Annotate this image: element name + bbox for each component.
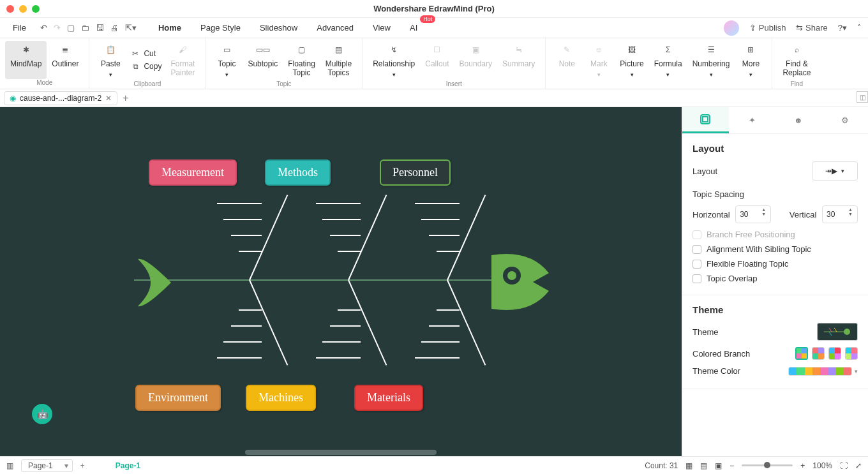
find-replace-button[interactable]: ⌕Find & Replace	[777, 41, 816, 80]
panel-toggle-icon[interactable]: ◫	[857, 91, 868, 103]
add-tab-button[interactable]: +	[123, 93, 128, 104]
tab-page-style[interactable]: Page Style	[197, 20, 244, 35]
undo-icon[interactable]: ↶	[40, 23, 47, 33]
fit-screen-icon[interactable]: ⛶	[840, 461, 848, 470]
horizontal-input[interactable]: 30▲▼	[735, 205, 771, 223]
copy-button[interactable]: ⧉Copy	[126, 61, 165, 73]
vertical-input[interactable]: 30▲▼	[822, 205, 858, 223]
side-tab-style[interactable]: ✦	[729, 107, 775, 133]
flexible-floating-checkbox[interactable]: Flexible Floating Topic	[692, 259, 858, 269]
layout-select[interactable]: ↠▶▾	[812, 161, 858, 181]
swatch-1[interactable]	[795, 347, 808, 360]
format-painter-button[interactable]: 🖌Format Painter	[165, 41, 200, 80]
app-title: Wondershare EdrawMind (Pro)	[373, 4, 495, 13]
zoom-level[interactable]: 100%	[812, 461, 832, 470]
tab-ai[interactable]: AIHot	[406, 20, 421, 35]
publish-button[interactable]: ⇪ Publish	[749, 23, 786, 33]
maximize-window-button[interactable]	[32, 5, 40, 13]
print-icon[interactable]: 🖨	[110, 23, 119, 33]
close-window-button[interactable]	[6, 5, 14, 13]
redo-icon[interactable]: ↷	[54, 23, 61, 33]
topic-overlap-checkbox[interactable]: Topic Overlap	[692, 274, 858, 283]
boundary-button[interactable]: ▣Boundary	[454, 41, 497, 80]
topic-spacing-label: Topic Spacing	[692, 189, 858, 199]
quick-access-toolbar: ↶ ↷ ▢ 🗀 🖫 🖨 ⇱▾	[40, 23, 137, 33]
picture-button[interactable]: 🖼Picture▾	[615, 41, 648, 80]
bone-top-2	[348, 195, 387, 280]
fullscreen-icon[interactable]: ⤢	[855, 461, 862, 470]
multiple-topics-button[interactable]: ▤Multiple Topics	[320, 41, 357, 80]
outliner-button[interactable]: ≣Outliner	[47, 41, 84, 79]
new-icon[interactable]: ▢	[67, 23, 75, 33]
cat-measurement[interactable]: Measurement	[149, 159, 237, 186]
mark-button[interactable]: ☺Mark▾	[583, 41, 615, 80]
zoom-slider[interactable]	[742, 464, 793, 466]
add-page-button[interactable]: +	[80, 461, 85, 470]
subtopic-button[interactable]: ▭▭Subtopic	[243, 41, 283, 80]
swatch-4[interactable]	[845, 347, 858, 360]
cat-personnel[interactable]: Personnel	[380, 159, 451, 186]
tab-view[interactable]: View	[369, 20, 394, 35]
collapse-ribbon-icon[interactable]: ˄	[857, 23, 862, 33]
side-tab-icons[interactable]: ☻	[775, 107, 822, 133]
align-sibling-checkbox[interactable]: Alignment With Sibling Topic	[692, 244, 858, 254]
theme-color-select[interactable]	[788, 367, 852, 376]
paste-button[interactable]: 📋Paste▾	[94, 41, 126, 80]
swatch-3[interactable]	[828, 347, 841, 360]
svg-line-6	[829, 328, 832, 332]
tab-slideshow[interactable]: Slideshow	[256, 20, 301, 35]
theme-select[interactable]	[817, 323, 858, 341]
document-tab[interactable]: ◉ cause-and-...-diagram-2 ✕	[4, 91, 117, 105]
group-clipboard: 📋Paste▾ ✂Cut ⧉Copy 🖌Format Painter Clipb…	[89, 38, 206, 89]
tab-advanced[interactable]: Advanced	[313, 20, 357, 35]
swatch-2[interactable]	[812, 347, 825, 360]
more-button[interactable]: ⊞More▾	[735, 41, 767, 80]
fish-icon: ◉	[10, 94, 16, 103]
relationship-button[interactable]: ↯Relationship▾	[368, 41, 420, 80]
view-mode-2-icon[interactable]: ▤	[700, 461, 707, 470]
view-mode-1-icon[interactable]: ▦	[685, 461, 692, 470]
pages-icon[interactable]: ▥	[6, 461, 13, 470]
chatbot-button[interactable]: 🤖	[32, 404, 52, 424]
tab-home[interactable]: Home	[154, 20, 185, 35]
subtopic-icon: ▭▭	[256, 43, 270, 57]
summary-button[interactable]: ≒Summary	[497, 41, 540, 80]
main-area: Measurement Methods Personnel Environmen…	[0, 107, 868, 456]
user-avatar[interactable]	[724, 20, 739, 36]
mindmap-button[interactable]: ✱MindMap	[5, 41, 47, 79]
zoom-in-button[interactable]: +	[800, 461, 805, 470]
cat-methods[interactable]: Methods	[265, 159, 331, 186]
view-mode-3-icon[interactable]: ▣	[715, 461, 722, 470]
floating-topic-button[interactable]: ▢Floating Topic	[283, 41, 320, 80]
cat-machines[interactable]: Machines	[246, 385, 316, 411]
ribbon: ✱MindMap ≣Outliner Mode 📋Paste▾ ✂Cut ⧉Co…	[0, 38, 868, 89]
horizontal-scrollbar[interactable]	[245, 450, 437, 455]
save-icon[interactable]: 🖫	[96, 23, 104, 33]
page-selector[interactable]: Page-1	[21, 459, 73, 472]
cat-environment[interactable]: Environment	[135, 385, 221, 411]
formula-button[interactable]: ΣFormula▾	[649, 41, 687, 80]
share-button[interactable]: ⇆ Share	[796, 23, 827, 33]
file-menu[interactable]: File	[6, 20, 33, 35]
note-button[interactable]: ✎Note	[551, 41, 583, 80]
help-icon[interactable]: ?▾	[838, 23, 847, 33]
layout-heading: Layout	[692, 143, 858, 154]
cut-button[interactable]: ✂Cut	[126, 48, 165, 61]
export-icon[interactable]: ⇱▾	[125, 23, 137, 33]
window-controls	[6, 5, 40, 13]
group-insert2: ✎Note ☺Mark▾ 🖼Picture▾ ΣFormula▾ ☰Number…	[546, 38, 772, 89]
zoom-out-button[interactable]: −	[730, 461, 734, 470]
close-tab-icon[interactable]: ✕	[105, 94, 112, 103]
canvas[interactable]: Measurement Methods Personnel Environmen…	[0, 107, 682, 456]
side-panel-tabs: ✦ ☻ ⚙	[682, 107, 868, 134]
topic-button[interactable]: ▭Topic▾	[211, 41, 243, 80]
cat-materials[interactable]: Materials	[354, 385, 423, 411]
side-tab-layout[interactable]	[682, 107, 729, 133]
svg-line-8	[829, 332, 832, 336]
minimize-window-button[interactable]	[19, 5, 27, 13]
numbering-button[interactable]: ☰Numbering▾	[687, 41, 735, 80]
open-icon[interactable]: 🗀	[81, 23, 89, 33]
callout-button[interactable]: ☐Callout	[420, 41, 454, 80]
brush-icon: 🖌	[176, 43, 190, 57]
side-tab-settings[interactable]: ⚙	[821, 107, 868, 133]
